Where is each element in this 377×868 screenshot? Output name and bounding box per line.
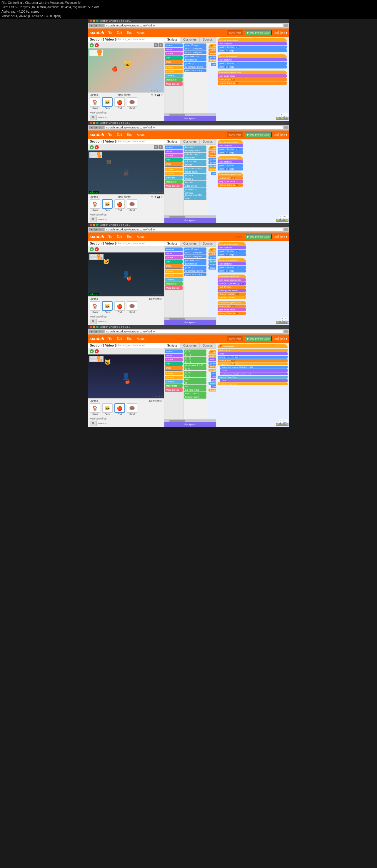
block-key-2[interactable]: key space pressed?	[184, 167, 206, 170]
user-menu-4[interactable]: prof_jerz ▾	[274, 337, 288, 340]
cb-right-wait-3[interactable]: wait 0.7 secs	[218, 285, 245, 289]
cb-right-key-right-3[interactable]: key right arrow pressed	[218, 242, 245, 246]
sprite-player-1[interactable]: 🐱 Player	[102, 97, 113, 109]
block-point-dir-1[interactable]: point in direction	[184, 55, 206, 58]
backpack-bar-4[interactable]: Backpack	[164, 422, 216, 427]
cb-move-10-3[interactable]: move 10 steps	[208, 266, 216, 270]
tab-costumes-1[interactable]: Costumes	[180, 37, 200, 42]
block-join-4[interactable]: join hello world	[184, 388, 206, 392]
cb-goto-mouse-2[interactable]: go to mouse-pointer	[208, 158, 216, 161]
sprite-player-3[interactable]: 🐱 Player	[102, 301, 113, 313]
cb-right-next-costume-2b[interactable]: next costume	[218, 160, 242, 163]
address-bar-3[interactable]: scratch.mit.edu/projects/19310350/#edito…	[105, 227, 283, 231]
block-turn-ccw-1[interactable]: turn ↺ 15 degrees	[184, 51, 206, 54]
hscrollbar-3[interactable]	[164, 317, 216, 320]
sprite-donut-2[interactable]: 🍩 Donut	[127, 199, 138, 211]
cat-looks-1[interactable]: Looks	[165, 48, 183, 52]
maximize-btn-1[interactable]	[96, 20, 98, 22]
cb-broadcast-score-4[interactable]: broadcast player-score	[208, 389, 216, 392]
cb-right-receive-score-3[interactable]: when I receive player-score	[218, 301, 245, 304]
sprite-fruit-2[interactable]: 🍎 Fruit	[114, 199, 125, 211]
block-move-3[interactable]: move 10 steps	[184, 248, 206, 251]
cb-right-show-4[interactable]: show	[218, 352, 287, 355]
cb-goto-xy-3[interactable]: go to x: 624 y: -103	[208, 256, 216, 259]
block-mouse-y-2[interactable]: mouse y	[184, 177, 206, 181]
bookmark-btn-4[interactable]: ☆	[284, 330, 288, 333]
cat-control-3[interactable]: Control	[165, 274, 183, 277]
camera-sprite-btn-2[interactable]: 📷	[157, 195, 160, 198]
address-bar-1[interactable]: scratch.mit.edu/projects/19310350/#edito…	[105, 24, 283, 28]
cb-goto-xy-4[interactable]: go to x: -111 y: -223	[208, 362, 216, 365]
cat-sound-1[interactable]: Sound	[165, 52, 183, 56]
see-project-btn-1[interactable]: ▶ See project page	[245, 30, 272, 35]
cb-right-wait-4[interactable]: wait 1 secs	[218, 349, 287, 352]
sprite-fruit-4[interactable]: 🍎 Fruit	[114, 403, 125, 415]
cb-goto-xy-2[interactable]: go to x: 624 y: -103	[208, 161, 216, 164]
cat-data-4[interactable]: Data	[165, 366, 183, 370]
cb-right-broadcast-4[interactable]: broadcast player-score	[218, 382, 287, 385]
cat-motion-4[interactable]: Motion	[165, 349, 183, 353]
cb-right-play-move-2[interactable]: play sound move	[218, 180, 242, 183]
cat-data-3[interactable]: Data	[165, 264, 183, 268]
sprite-stage-1[interactable]: 🏠 Stage	[90, 97, 101, 109]
cat-looks-3[interactable]: Looks	[165, 252, 183, 255]
cb-right-play-move-1[interactable]: play sound move	[218, 74, 287, 78]
cat-looks-4[interactable]: Looks	[165, 353, 183, 358]
cb-right-show2-4[interactable]: show	[220, 369, 287, 372]
cb-right-change-y-4[interactable]: change y by 20	[218, 359, 287, 362]
cat-operators-2[interactable]: Operators	[165, 180, 183, 184]
green-flag-2[interactable]: ▶	[90, 145, 94, 149]
upload-sprite-btn-1[interactable]: ⬆	[154, 93, 156, 96]
block-div-4[interactable]: ( ) / ( )	[184, 360, 206, 363]
cb-switch-costume-4[interactable]: switch costume to pick random 1 to 3	[211, 379, 216, 381]
block-lt-4[interactable]: ( ) < ( )	[184, 367, 206, 370]
forward-btn-3[interactable]: ▶	[94, 228, 98, 231]
sprite-donut-3[interactable]: 🍩 Donut	[127, 301, 138, 313]
sprite-donut-1[interactable]: 🍩 Donut	[127, 97, 138, 109]
block-sub-4[interactable]: ( ) - ( )	[184, 353, 206, 356]
refresh-btn-4[interactable]: ↻	[99, 330, 104, 333]
address-bar-2[interactable]: scratch.mit.edu/projects/19310350/#edito…	[105, 125, 283, 130]
cb-right-key-right-2[interactable]: key right arrow pressed	[218, 140, 242, 144]
cb-right-switch-4[interactable]: switch costume to pick random 1 to 3	[220, 372, 287, 375]
tab-sounds-2[interactable]: Sounds	[200, 139, 216, 144]
green-flag-3[interactable]: ▶	[90, 247, 94, 251]
block-color-touching-2[interactable]: color touching ?	[184, 153, 206, 156]
cb-right-play-sound-3[interactable]: play sound cough-male	[218, 278, 245, 282]
cat-motion-3[interactable]: Motion	[165, 248, 183, 251]
block-move-1[interactable]: move 10 steps	[184, 43, 206, 47]
stop-btn-1[interactable]: ■	[95, 43, 99, 47]
sprite-player-4[interactable]: 🐱 Player	[102, 403, 113, 415]
cb-change-y-4[interactable]: change y by 20	[208, 365, 216, 368]
block-goto-xy-3[interactable]: go to x: y:	[184, 266, 206, 269]
backpack-bar-3[interactable]: Backpack	[164, 320, 216, 325]
block-turn-video-2[interactable]: turn video on	[184, 188, 206, 191]
cb-right-change-y-2[interactable]: change y by 40	[218, 176, 242, 180]
cat-control-4[interactable]: Control	[165, 376, 183, 379]
cb-touching-player-4[interactable]: touching Player? then	[208, 382, 216, 385]
menu-tips-1[interactable]: Tips	[126, 31, 133, 35]
sprite-fruit-1[interactable]: 🍎 Fruit	[114, 97, 125, 109]
close-btn-3[interactable]	[90, 224, 92, 226]
cb-right-change-y-3[interactable]: change y by 40	[218, 305, 245, 308]
cb-right-move-20-2-1[interactable]: move 20 steps	[218, 65, 287, 68]
menu-about-4[interactable]: About	[136, 337, 145, 341]
block-ask-2[interactable]: ask and wait	[184, 160, 206, 163]
user-menu-2[interactable]: prof_jerz ▾	[274, 133, 288, 136]
cb-right-goto-4[interactable]: go to x: -111 y: -223	[218, 356, 287, 359]
cb-right-next-costume-2-1[interactable]: next costume	[218, 58, 287, 61]
back-btn-2[interactable]: ◀	[89, 126, 93, 129]
cb-right-next-costume-3[interactable]: next costume	[218, 246, 245, 249]
cb-show-2-4[interactable]: show	[211, 375, 216, 378]
cb-right-change-health-3[interactable]: change Health by -1	[218, 292, 245, 296]
cat-pen-2[interactable]: Pen	[165, 158, 183, 162]
cb-right-change-score-2[interactable]: change Score by 1	[218, 183, 242, 187]
block-touching-2[interactable]: touching ?	[184, 146, 206, 149]
cb-set-score-1[interactable]: set Score to 0	[208, 49, 216, 52]
tab-sounds-1[interactable]: Sounds	[200, 37, 216, 42]
block-or-4[interactable]: or	[184, 381, 206, 384]
cb-set-score-3[interactable]: set Score to 0	[208, 252, 216, 256]
block-length-4[interactable]: length of world	[184, 395, 206, 399]
cat-sensing-3[interactable]: Sensing	[165, 278, 183, 282]
block-random-4[interactable]: pick random 1 to 10	[184, 364, 206, 367]
